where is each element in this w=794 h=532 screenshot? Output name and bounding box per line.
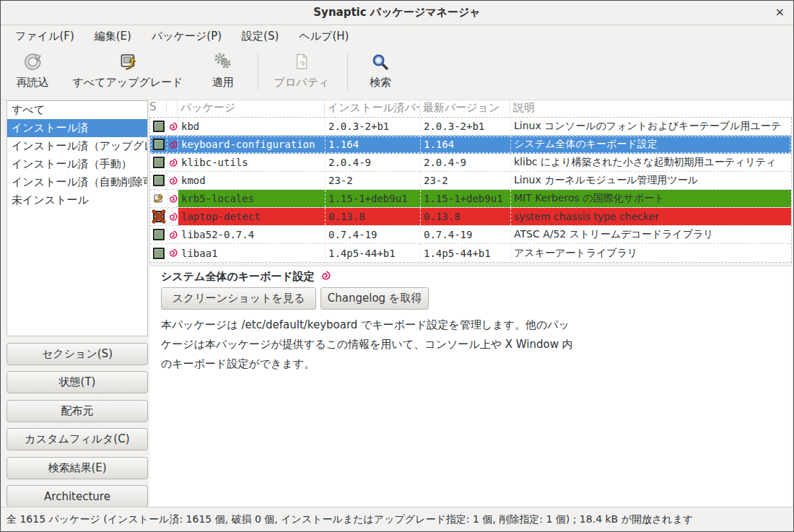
table-header: S パッケージ インストール済バージョン 最新バージョン 説明 [149,100,792,118]
status-reinstall-icon[interactable] [150,190,167,207]
header-origin[interactable] [167,100,178,117]
package-name: keyboard-configuration [178,136,326,153]
package-description: system chassis type checker [511,208,791,225]
apply-label: 適用 [212,76,234,90]
reload-button[interactable]: 再読込 [17,51,49,90]
status-installed-icon[interactable] [153,139,165,150]
table-row[interactable]: libaa1 1.4p5-44+b1 1.4p5-44+b1 アスキーアートライ… [150,244,791,262]
installed-version: 0.13.8 [326,208,421,225]
table-body: kbd 2.0.3-2+b1 2.0.3-2+b1 Linux コンソールのフォ… [149,118,792,263]
latest-version: 1.164 [421,136,511,153]
table-row[interactable]: klibc-utils 2.0.4-9 2.0.4-9 klibc により構築さ… [150,154,791,172]
search-label: 検索 [370,76,391,90]
table-row-marked-remove[interactable]: laptop-detect 0.13.8 0.13.8 system chass… [150,208,791,226]
sections-button[interactable]: セクション(S) [6,343,148,365]
search-button[interactable]: 検索 [370,51,391,90]
status-installed-icon[interactable] [153,157,165,168]
titlebar: Synaptic パッケージマネージャ × [1,1,793,25]
synaptic-window: Synaptic パッケージマネージャ × ファイル(F) 編集(E) パッケー… [0,0,794,532]
reload-label: 再読込 [17,76,49,90]
latest-version: 0.13.8 [421,208,511,225]
status-remove-icon[interactable] [150,208,167,225]
search-icon [370,51,391,73]
upgrade-all-icon [72,51,183,73]
table-row-selected[interactable]: keyboard-configuration 1.164 1.164 システム全… [150,136,791,154]
details-pane: システム全体のキーボード設定 スクリーンショットを見る Changelog を取… [149,266,792,508]
debian-swirl-icon [167,226,178,243]
menu-file[interactable]: ファイル(F) [5,27,84,46]
filter-item-installed-upgradable[interactable]: インストール済（アップグレ [7,137,147,155]
filter-item-installed-autoremovable[interactable]: インストール済（自動削除可 [7,173,147,191]
package-name: liba52-0.7.4 [178,226,326,243]
search-results-button[interactable]: 検索結果(E) [6,457,148,479]
get-changelog-button[interactable]: Changelog を取得 [320,287,429,310]
statusbar: 全 1615 パッケージ (インストール済: 1615 個, 破損 0 個, イ… [1,507,793,531]
status-installed-icon[interactable] [153,229,165,240]
menu-settings[interactable]: 設定(S) [232,27,289,46]
toolbar-separator [347,53,348,90]
debian-swirl-icon [167,118,178,135]
header-latest-version[interactable]: 最新バージョン [420,100,510,117]
package-description: klibc により構築された小さな起動初期用ユーティリティ [511,154,791,171]
table-row-marked-reinstall[interactable]: krb5-locales 1.15-1+deb9u1 1.15-1+deb9u1… [150,190,791,208]
apply-button[interactable]: 適用 [212,51,234,90]
package-table: S パッケージ インストール済バージョン 最新バージョン 説明 kbd 2.0.… [149,100,792,263]
latest-version: 1.4p5-44+b1 [421,244,511,262]
package-long-description: 本パッケージは /etc/default/keyboard でキーボード設定を管… [161,315,573,374]
filter-item-installed[interactable]: インストール済 [7,119,147,137]
filter-item-installed-manual[interactable]: インストール済（手動） [7,155,147,173]
package-description: ATSC A/52 ストリームデコードライブラリ [511,226,791,243]
debian-swirl-icon [167,190,178,207]
package-name: klibc-utils [178,154,326,171]
properties-icon [274,51,330,73]
custom-filters-button[interactable]: カスタムフィルタ(C) [6,428,148,450]
installed-version: 1.4p5-44+b1 [326,244,421,262]
menubar: ファイル(F) 編集(E) パッケージ(P) 設定(S) ヘルプ(H) [1,25,793,47]
table-row[interactable]: kbd 2.0.3-2+b1 2.0.3-2+b1 Linux コンソールのフォ… [150,118,791,136]
debian-swirl-icon [167,244,178,262]
filter-item-all[interactable]: すべて [7,101,147,119]
status-installed-icon[interactable] [153,121,165,132]
package-name: kbd [178,118,326,135]
status-summary-text: 全 1615 パッケージ (インストール済: 1615 個, 破損 0 個, イ… [6,513,693,526]
package-description: システム全体のキーボード設定 [511,136,791,153]
origin-button[interactable]: 配布元 [6,400,148,422]
apply-gears-icon [212,51,234,73]
toolbar-separator [258,53,258,90]
details-title-text: システム全体のキーボード設定 [161,270,315,284]
status-button[interactable]: 状態(T) [6,371,148,393]
header-description[interactable]: 説明 [510,100,792,117]
debian-swirl-icon [167,208,178,225]
package-name: laptop-detect [178,208,326,225]
debian-swirl-icon [167,136,178,153]
header-installed-version[interactable]: インストール済バージョン [325,100,420,117]
reload-icon [17,51,49,73]
close-icon[interactable]: × [775,5,785,19]
package-description: Linux カーネルモジュール管理用ツール [511,172,791,189]
table-row[interactable]: kmod 23-2 23-2 Linux カーネルモジュール管理用ツール [150,172,791,190]
header-package[interactable]: パッケージ [178,100,325,117]
properties-label: プロパティ [274,76,330,90]
description-line: ケージは本パッケージが提供するこの情報を用いて、コンソール上や X Window… [161,335,573,354]
filter-item-not-installed[interactable]: 未インストール [7,191,147,209]
package-description: MIT Kerberos の国際化サポート [511,190,791,207]
table-row[interactable]: liba52-0.7.4 0.7.4-19 0.7.4-19 ATSC A/52… [150,226,791,244]
status-installed-icon[interactable] [153,175,165,186]
upgrade-all-button[interactable]: すべてアップグレード [72,51,183,90]
debian-swirl-icon [167,172,178,189]
upgrade-all-label: すべてアップグレード [72,76,183,90]
properties-button[interactable]: プロパティ [274,51,330,90]
installed-version: 1.15-1+deb9u1 [326,190,421,207]
architecture-button[interactable]: Architecture [6,485,148,507]
menu-help[interactable]: ヘルプ(H) [289,27,359,46]
view-screenshot-button[interactable]: スクリーンショットを見る [161,287,316,310]
menu-package[interactable]: パッケージ(P) [141,27,232,46]
status-installed-icon[interactable] [153,248,165,259]
installed-version: 1.164 [326,136,421,153]
latest-version: 0.7.4-19 [421,226,511,243]
header-status[interactable]: S [149,100,167,117]
debian-swirl-icon [320,271,331,284]
description-line: 本パッケージは /etc/default/keyboard でキーボード設定を管… [161,315,573,335]
menu-edit[interactable]: 編集(E) [84,27,141,46]
details-title: システム全体のキーボード設定 [161,270,331,284]
